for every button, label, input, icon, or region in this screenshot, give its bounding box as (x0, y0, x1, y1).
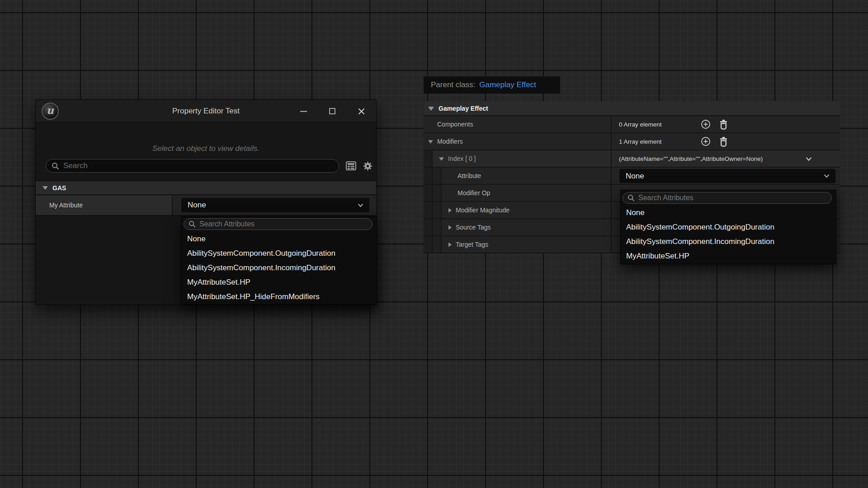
chevron-collapsed-icon[interactable] (448, 225, 452, 230)
indent-guide (433, 219, 442, 235)
display-filter-button[interactable] (346, 161, 356, 170)
dropdown-item[interactable]: MyAttributeSet.HP (621, 249, 836, 263)
category-header-gameplay-effect[interactable]: Gameplay Effect (424, 101, 840, 116)
table-view-icon (346, 161, 356, 170)
dropdown-item-list: NoneAbilitySystemComponent.OutgoingDurat… (182, 232, 377, 304)
dropdown-item[interactable]: MyAttributeSet.HP_HideFromModifiers (182, 290, 377, 304)
unreal-logo-icon: u (42, 103, 59, 120)
dropdown-item[interactable]: AbilitySystemComponent.IncomingDuration (182, 261, 377, 275)
search-icon (627, 194, 635, 202)
chevron-expanded-icon (42, 186, 48, 190)
indent-guide (433, 236, 442, 253)
delete-all-icon[interactable] (719, 136, 728, 147)
maximize-icon (329, 108, 335, 114)
chevron-collapsed-icon[interactable] (448, 208, 452, 213)
indent-guide (433, 168, 442, 184)
indent-guide (424, 202, 433, 218)
category-label: GAS (52, 184, 66, 192)
row-value-cell: None (612, 168, 840, 184)
row-value-cell: 1 Array element (612, 133, 840, 150)
close-icon (358, 108, 365, 115)
row-label-cell: Modifiers (424, 133, 612, 150)
indent-guide (424, 219, 433, 235)
property-value-cell: None (173, 195, 376, 215)
property-editor-window: u Property Editor Test Select an object … (35, 99, 377, 305)
row-label-cell: Source Tags (424, 219, 612, 235)
dropdown-search-input[interactable] (199, 220, 368, 228)
indent-guide (424, 236, 433, 253)
dropdown-search-box[interactable] (623, 192, 832, 204)
my-attribute-combobox[interactable]: None (181, 198, 369, 212)
row-label: Attribute (458, 172, 481, 179)
settings-button[interactable] (363, 161, 373, 171)
attribute-combobox[interactable]: None (619, 169, 835, 183)
dropdown-item[interactable]: AbilitySystemComponent.OutgoingDuration (621, 220, 836, 235)
category-label: Gameplay Effect (439, 105, 488, 112)
add-element-icon[interactable] (700, 119, 711, 130)
row-label: Target Tags (456, 241, 488, 248)
dropdown-item[interactable]: MyAttributeSet.HP (182, 275, 377, 290)
window-controls (284, 100, 371, 122)
dropdown-item-list: NoneAbilitySystemComponent.OutgoingDurat… (621, 206, 836, 263)
add-element-icon[interactable] (700, 136, 711, 147)
combobox-value: None (188, 201, 358, 210)
array-count: 0 Array element (619, 121, 700, 128)
category-header-gas[interactable]: GAS (36, 181, 376, 195)
array-actions (700, 136, 728, 147)
dropdown-item[interactable]: None (621, 206, 836, 220)
chevron-down-icon[interactable] (806, 157, 812, 161)
minimize-icon (300, 111, 307, 112)
chevron-down-icon (358, 203, 363, 207)
indent-guide (433, 202, 442, 218)
row-label-cell: Target Tags (424, 236, 612, 253)
property-label: My Attribute (36, 195, 173, 215)
row-value-cell: (AttributeName="",Attribute="",Attribute… (612, 150, 840, 167)
delete-all-icon[interactable] (719, 119, 728, 130)
row-index-0: Index [ 0 ] (AttributeName="",Attribute=… (424, 150, 840, 168)
parent-class-link[interactable]: Gameplay Effect (479, 80, 536, 89)
dropdown-item[interactable]: AbilitySystemComponent.OutgoingDuration (182, 246, 377, 261)
array-count: 1 Array element (619, 138, 700, 145)
chevron-down-icon (824, 174, 830, 178)
row-label: Modifier Magnitude (456, 206, 509, 214)
row-label-cell: Modifier Magnitude (424, 202, 612, 218)
row-modifiers: Modifiers 1 Array element (424, 133, 840, 150)
search-input[interactable] (63, 161, 333, 170)
array-actions (700, 119, 728, 130)
row-label-cell: Modifier Op (424, 185, 612, 201)
chevron-collapsed-icon[interactable] (448, 242, 452, 247)
attribute-dropdown-menu: NoneAbilitySystemComponent.OutgoingDurat… (620, 190, 836, 264)
dropdown-search-input[interactable] (638, 194, 827, 202)
details-hint-text: Select an object to view details. (36, 144, 376, 153)
blueprint-graph-background[interactable]: { "left_window": { "title": "Property Ed… (0, 0, 868, 488)
row-label-cell: Index [ 0 ] (424, 150, 612, 167)
struct-preview: (AttributeName="",Attribute="",Attribute… (619, 155, 763, 162)
row-label: Modifier Op (458, 189, 490, 197)
search-box[interactable] (46, 159, 339, 173)
search-icon (52, 162, 59, 170)
row-label-cell: Attribute (424, 168, 612, 184)
indent-guide (424, 168, 433, 184)
close-button[interactable] (352, 100, 371, 122)
parent-class-label: Parent class: (431, 80, 475, 89)
row-label: Modifiers (437, 138, 463, 145)
indent-guide (433, 185, 442, 201)
minimize-button[interactable] (294, 100, 313, 122)
search-icon (189, 221, 196, 228)
combobox-value: None (626, 172, 824, 181)
attribute-dropdown-menu: NoneAbilitySystemComponent.OutgoingDurat… (181, 216, 377, 305)
dropdown-item[interactable]: None (182, 232, 377, 246)
row-label: Source Tags (456, 224, 491, 231)
details-toolbar (46, 159, 373, 173)
dropdown-item[interactable]: AbilitySystemComponent.IncomingDuration (621, 235, 836, 249)
row-label: Components (437, 121, 473, 128)
gear-icon (363, 161, 373, 171)
dropdown-search-box[interactable] (184, 218, 373, 230)
chevron-expanded-icon[interactable] (428, 140, 433, 144)
row-attribute: Attribute None (424, 168, 840, 185)
window-titlebar[interactable]: u Property Editor Test (36, 100, 376, 122)
chevron-expanded-icon[interactable] (439, 157, 444, 161)
maximize-button[interactable] (323, 100, 342, 122)
row-label: Index [ 0 ] (448, 155, 476, 162)
parent-class-bar: Parent class: Gameplay Effect (424, 76, 560, 94)
